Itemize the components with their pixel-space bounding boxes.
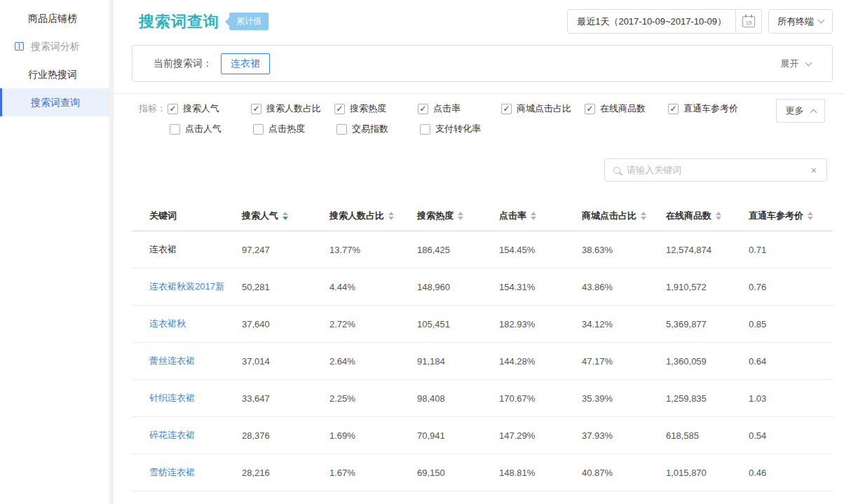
indicator-label: 直通车参考价 [683, 102, 738, 115]
cell-search-heat: 148,960 [400, 282, 482, 292]
table-column-header[interactable]: 关键词 [132, 210, 224, 222]
table-row[interactable]: 连衣裙秋装2017新款女 50,281 4.44% 148,960 154.31… [132, 268, 833, 306]
cell-search-popularity: 28,216 [224, 468, 312, 478]
terminal-dropdown-label: 所有终端 [777, 15, 814, 28]
page-title: 搜索词查询 [139, 11, 219, 32]
chevron-down-icon [805, 59, 812, 66]
cell-search-heat: 69,150 [400, 468, 482, 478]
table-column-header[interactable]: 直通车参考价 [731, 210, 829, 222]
more-button[interactable]: 更多 [776, 99, 825, 123]
checkbox-icon[interactable] [585, 104, 595, 114]
date-range-label[interactable]: 最近1天（2017-10-09~2017-10-09） [568, 15, 735, 28]
keyword-link[interactable]: 针织连衣裙 [149, 393, 195, 403]
indicator-checkbox-item[interactable]: 在线商品数 [585, 102, 668, 115]
table-row[interactable]: 蕾丝连衣裙 37,014 2.64% 91,184 144.28% 47.17%… [132, 343, 833, 380]
terminal-dropdown[interactable]: 所有终端 [768, 9, 833, 34]
table-row[interactable]: 碎花连衣裙 28,376 1.69% 70,941 147.29% 37.93%… [132, 417, 833, 454]
sidebar-item-label: 商品店铺榜 [28, 13, 77, 24]
sidebar-item[interactable]: 商品店铺榜 [0, 4, 109, 32]
search-input[interactable] [627, 165, 810, 175]
sort-icon[interactable] [716, 212, 721, 220]
table-row[interactable]: 连衣裙秋 37,640 2.72% 105,451 182.93% 34.12%… [132, 306, 833, 343]
table-row[interactable]: 连衣裙 97,247 13.77% 186,425 154.45% 38.63%… [132, 231, 833, 268]
checkbox-icon[interactable] [334, 104, 345, 114]
current-search-word-chip[interactable]: 连衣裙 [221, 53, 270, 74]
column-label: 关键词 [149, 210, 177, 222]
expand-label: 展开 [780, 58, 798, 69]
table-column-header[interactable]: 搜索热度 [400, 210, 482, 222]
indicator-checkbox-item[interactable]: 商城点击占比 [501, 102, 585, 115]
cell-online-products: 1,259,835 [648, 393, 731, 404]
indicator-checkbox-item[interactable]: 支付转化率 [420, 123, 503, 135]
indicator-checkbox-item[interactable]: 点击热度 [253, 123, 336, 135]
keyword-search-box[interactable]: × [604, 158, 827, 182]
cell-search-popularity: 37,640 [224, 319, 312, 329]
indicator-label: 搜索人数占比 [266, 102, 321, 115]
indicator-label: 搜索人气 [183, 102, 219, 115]
indicator-checkbox-item[interactable]: 搜索热度 [334, 102, 418, 115]
expand-toggle[interactable]: 展开 [780, 57, 811, 70]
checkbox-icon[interactable] [420, 124, 430, 135]
keyword-link[interactable]: 连衣裙 [149, 244, 177, 254]
indicators-row-2: 点击人气 点击热度 交易指数 [170, 123, 844, 135]
keyword-link[interactable]: 雪纺连衣裙 [149, 467, 195, 477]
sidebar-item[interactable]: 搜索词分析 [0, 32, 109, 60]
keyword-link[interactable]: 碎花连衣裙 [149, 430, 195, 440]
table-row[interactable]: 雪纺连衣裙 28,216 1.67% 69,150 148.81% 40.87%… [132, 454, 833, 491]
cell-search-popularity: 33,647 [224, 393, 312, 404]
sort-icon[interactable] [458, 212, 463, 220]
cell-search-popularity: 50,281 [224, 282, 312, 292]
table-row[interactable]: 针织连衣裙 33,647 2.25% 98,408 170.67% 35.39%… [132, 380, 833, 417]
sort-icon[interactable] [388, 212, 394, 220]
checkbox-icon[interactable] [336, 124, 347, 135]
calendar-button[interactable]: 15 [735, 10, 761, 33]
sort-icon[interactable] [283, 212, 288, 220]
cell-click-rate: 170.67% [482, 393, 564, 404]
checkbox-icon[interactable] [668, 104, 679, 114]
table-column-header[interactable]: 商城点击占比 [564, 210, 648, 222]
cell-search-heat: 186,425 [400, 245, 482, 255]
table-column-header[interactable]: 搜索人气 [224, 210, 312, 222]
checkbox-icon[interactable] [501, 104, 512, 114]
sidebar-item[interactable]: 行业热搜词 [0, 60, 109, 88]
sort-down-arrow-icon [531, 217, 536, 220]
checkbox-icon[interactable] [418, 104, 428, 114]
checkbox-icon[interactable] [168, 104, 178, 114]
cell-searcher-ratio: 4.44% [312, 282, 400, 292]
cell-online-products: 1,360,059 [648, 356, 731, 367]
indicator-checkbox-item[interactable]: 点击人气 [170, 123, 253, 135]
keyword-link[interactable]: 连衣裙秋 [149, 318, 186, 329]
table-column-header[interactable]: 点击率 [482, 210, 564, 222]
sort-up-arrow-icon [283, 212, 288, 215]
chevron-down-icon [818, 17, 825, 24]
sort-icon[interactable] [641, 212, 646, 220]
cell-mall-click-ratio: 47.17% [564, 356, 648, 367]
cell-online-products: 5,369,877 [648, 319, 731, 329]
checkbox-icon[interactable] [253, 124, 264, 135]
keyword-link[interactable]: 蕾丝连衣裙 [149, 355, 195, 366]
keyword-link[interactable]: 连衣裙秋装2017新款女 [149, 281, 224, 292]
indicator-checkbox-item[interactable]: 搜索人数占比 [251, 102, 334, 115]
indicator-checkbox-item[interactable]: 搜索人气 [168, 102, 251, 115]
sort-down-arrow-icon [388, 217, 394, 220]
table-column-header[interactable]: 在线商品数 [648, 210, 731, 222]
table-column-header[interactable]: 搜索人数占比 [312, 210, 400, 222]
indicator-checkbox-item[interactable]: 直通车参考价 [668, 102, 751, 115]
sort-icon[interactable] [808, 212, 813, 220]
indicator-checkbox-item[interactable]: 交易指数 [336, 123, 420, 135]
main-content: 搜索词查询 累计值 最近1天（2017-10-09~2017-10-09） 15… [114, 0, 844, 504]
checkbox-icon[interactable] [251, 104, 261, 114]
date-range-picker[interactable]: 最近1天（2017-10-09~2017-10-09） 15 [567, 9, 762, 34]
cell-online-products: 12,574,874 [648, 245, 731, 255]
clear-icon[interactable]: × [810, 165, 818, 176]
checkbox-icon[interactable] [170, 124, 180, 135]
search-icon [613, 167, 620, 174]
sidebar-item[interactable]: 搜索词查询 [0, 88, 109, 116]
sidebar-item-label: 行业热搜词 [28, 69, 77, 80]
indicator-label: 搜索热度 [350, 102, 386, 115]
indicator-checkbox-item[interactable]: 点击率 [418, 102, 501, 115]
indicators-checkbox-row-1: 搜索人气 搜索人数占比 搜索热度 [168, 102, 751, 115]
sort-icon[interactable] [531, 212, 536, 220]
indicator-label: 点击热度 [268, 123, 305, 135]
column-label: 搜索热度 [417, 210, 454, 222]
